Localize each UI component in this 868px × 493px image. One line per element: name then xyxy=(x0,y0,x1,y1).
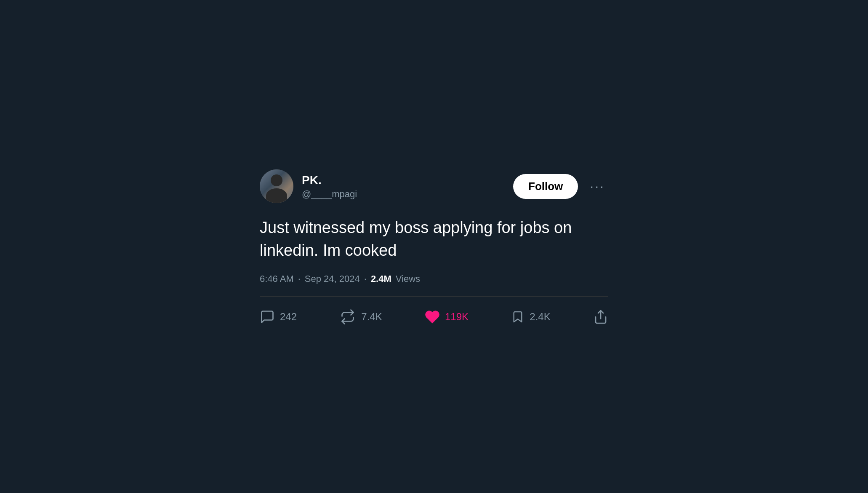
retweet-icon xyxy=(339,309,356,324)
tweet-card: PK. @____mpagi Follow ··· Just witnessed… xyxy=(245,156,623,337)
username: @____mpagi xyxy=(302,189,357,200)
tweet-content: Just witnessed my boss applying for jobs… xyxy=(260,217,608,284)
user-info: PK. @____mpagi xyxy=(302,173,357,200)
follow-button[interactable]: Follow xyxy=(513,174,578,199)
tweet-meta: 6:46 AM · Sep 24, 2024 · 2.4M Views xyxy=(260,273,608,284)
tweet-header-left: PK. @____mpagi xyxy=(260,169,357,203)
tweet-time: 6:46 AM xyxy=(260,273,294,284)
like-action[interactable]: 119K xyxy=(425,309,469,324)
divider xyxy=(260,296,608,297)
tweet-date: Sep 24, 2024 xyxy=(305,273,360,284)
avatar[interactable] xyxy=(260,169,293,203)
views-count: 2.4M xyxy=(371,273,391,284)
tweet-actions: 242 7.4K 119K 2.4K xyxy=(260,305,608,329)
bookmark-action[interactable]: 2.4K xyxy=(511,309,550,324)
meta-dot-1: · xyxy=(298,273,301,284)
tweet-text: Just witnessed my boss applying for jobs… xyxy=(260,217,608,261)
retweet-action[interactable]: 7.4K xyxy=(339,309,382,324)
bookmark-icon xyxy=(511,309,525,324)
tweet-header-right: Follow ··· xyxy=(513,174,608,199)
meta-dot-2: · xyxy=(364,273,367,284)
bookmark-count: 2.4K xyxy=(530,311,550,323)
retweet-count: 7.4K xyxy=(361,311,382,323)
tweet-header: PK. @____mpagi Follow ··· xyxy=(260,169,608,203)
comment-icon xyxy=(260,309,275,324)
views-label: Views xyxy=(396,273,420,284)
share-icon xyxy=(593,309,608,324)
more-options-button[interactable]: ··· xyxy=(586,177,608,196)
like-count: 119K xyxy=(445,311,469,323)
reply-count: 242 xyxy=(280,311,297,323)
reply-action[interactable]: 242 xyxy=(260,309,297,324)
like-icon xyxy=(425,309,440,324)
display-name: PK. xyxy=(302,173,357,188)
share-action[interactable] xyxy=(593,309,608,324)
